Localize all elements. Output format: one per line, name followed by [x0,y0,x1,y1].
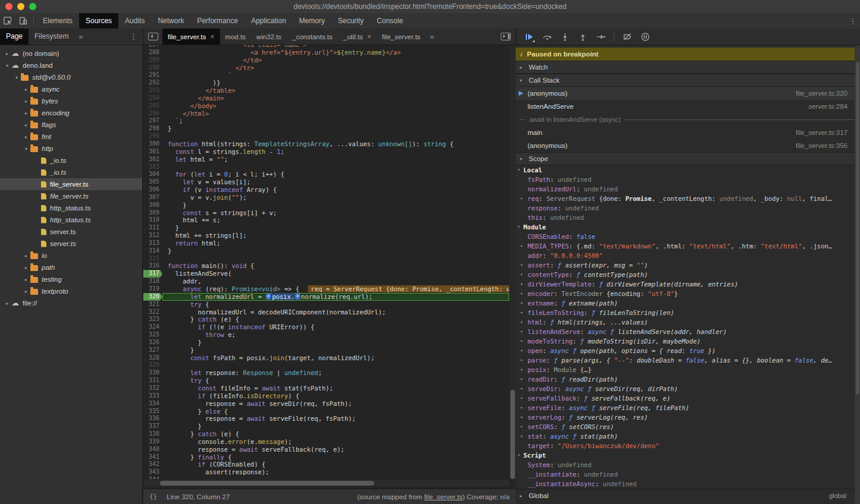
chevron-right-icon[interactable]: ▸ [520,374,526,384]
chevron-down-icon[interactable]: ▾ [13,75,20,80]
scope-property[interactable]: target: "/Users/biwanczuk/dev/deno" [516,441,855,451]
line-number[interactable]: 336 [143,415,162,423]
line-number[interactable]: 326 [143,339,162,346]
line-number[interactable]: 294 [143,94,162,102]
tree-item-async[interactable]: ▸async [0,83,142,95]
tree-item-std-v0-50-0[interactable]: ▾std@v0.50.0 [0,71,142,83]
line-content[interactable]: } catch (e) { [162,430,509,438]
inspect-element-icon[interactable] [0,13,15,29]
editor-horizontal-scrollbar[interactable] [144,480,509,486]
line-content[interactable]: } finally { [162,453,509,461]
line-number[interactable]: 293 [143,87,162,94]
tree-item-file-server-ts[interactable]: file_server.ts [0,178,142,190]
scope-property[interactable]: ▸modeToString: ƒ modeToString(isDir, may… [516,336,855,346]
line-number[interactable]: 305 [143,178,162,186]
line-content[interactable]: </td> [162,56,509,64]
line-content[interactable]: let normalizedUrl = posix.normalize(req.… [162,293,509,301]
line-number[interactable]: 322 [143,308,162,316]
line-number[interactable]: 325 [143,331,162,339]
line-content[interactable]: } [162,339,509,346]
line-content[interactable] [162,255,509,263]
line-number[interactable]: 303 [143,163,162,171]
tab-application[interactable]: Application [244,13,293,29]
scope-property[interactable]: ▸open: async ƒ open(path, options = { re… [516,346,855,355]
call-stack-frame-anonymous[interactable]: (anonymous)file_server.ts:356 [516,139,855,152]
chevron-right-icon[interactable]: ▸ [520,393,526,403]
tree-item-http[interactable]: ▾http [0,143,142,155]
chevron-right-icon[interactable]: ▸ [520,308,526,317]
chevron-right-icon[interactable]: ▸ [23,99,30,104]
line-content[interactable]: html += strings[l]; [162,232,509,240]
chevron-right-icon[interactable]: ▸ [520,260,526,270]
line-number[interactable]: 344 [143,476,162,479]
line-content[interactable]: if (!(e instanceof URIError)) { [162,323,509,331]
scrollbar-thumb[interactable] [510,390,515,479]
line-number[interactable]: 310 [143,216,162,224]
tree-item-file[interactable]: ▸☁file:// [0,297,142,309]
line-number[interactable]: 301 [143,148,162,156]
navigator-overflow-icon[interactable]: » [74,33,87,41]
chevron-right-icon[interactable]: ▸ [23,111,30,116]
scope-property[interactable]: this: undefined [516,213,855,222]
chevron-right-icon[interactable]: ▸ [520,403,526,412]
device-toolbar-icon[interactable] [15,13,31,29]
line-content[interactable]: normalizedUrl = decodeURIComponent(norma… [162,308,509,316]
line-content[interactable]: </main> [162,94,509,102]
resume-script-button[interactable] [522,30,536,44]
scope-property[interactable]: fsPath: undefined [516,175,855,184]
tree-item-encoding[interactable]: ▸encoding [0,107,142,119]
line-number[interactable]: 340 [143,446,162,453]
chevron-right-icon[interactable]: ▸ [520,431,526,441]
scope-property[interactable]: __instantiate: undefined [516,470,855,479]
line-number[interactable]: 316 [143,262,162,270]
navigator-tab-filesystem[interactable]: Filesystem [29,29,74,45]
line-number[interactable]: 317 [143,270,162,278]
editor-tab-file-server-ts[interactable]: file_server.ts× [162,29,220,45]
line-number[interactable]: 319 [143,285,162,293]
scope-property[interactable]: ▸assert: ƒ assert(expr, msg = "") [516,260,855,270]
main-menu-icon[interactable]: ⋮ [846,17,860,26]
pretty-print-icon[interactable]: {} [149,493,157,500]
step-into-button[interactable] [558,30,572,44]
scope-property[interactable]: addr: "0.0.0.0:4500" [516,251,855,260]
line-content[interactable]: </table> [162,87,509,94]
scope-section-module[interactable]: ▾Module [516,222,855,232]
line-content[interactable]: response = await serveFallback(req, e); [162,446,509,453]
line-content[interactable]: let html = ""; [162,156,509,163]
chevron-right-icon[interactable]: ▸ [520,298,526,308]
tree-item-file-server-ts[interactable]: file_server.ts [0,190,142,202]
chevron-right-icon[interactable]: ▸ [23,122,30,128]
line-number[interactable]: 302 [143,156,162,163]
line-number[interactable]: 335 [143,408,162,415]
chevron-right-icon[interactable]: ▸ [23,265,30,270]
tab-memory[interactable]: Memory [293,13,331,29]
line-number[interactable]: 309 [143,209,162,217]
line-number[interactable]: 295 [143,102,162,110]
chevron-down-icon[interactable]: ▾ [23,146,30,152]
close-icon[interactable]: × [367,33,371,41]
line-content[interactable]: try { [162,377,509,385]
scrollbar-thumb[interactable] [856,62,859,395]
line-content[interactable]: try { [162,301,509,308]
line-content[interactable]: </tr> [162,64,509,72]
tab-security[interactable]: Security [331,13,370,29]
navigator-tab-page[interactable]: Page [0,29,29,45]
scope-property[interactable]: System: undefined [516,460,855,470]
scope-property[interactable]: ▸posix: Module {…} [516,365,855,374]
call-stack-frame-anonymous[interactable]: (anonymous)file_server.ts:320 [516,87,855,100]
tree-item-deno-land[interactable]: ▾☁deno.land [0,59,142,71]
chevron-right-icon[interactable]: ▸ [23,87,30,92]
tree-item-textproto[interactable]: ▸textproto [0,285,142,297]
scope-property[interactable]: ▸MEDIA_TYPES: {.md: "text/markdown", .ht… [516,241,855,251]
line-number[interactable]: 339 [143,438,162,446]
line-content[interactable]: if (CORSEnabled) { [162,461,509,468]
chevron-right-icon[interactable]: ▸ [520,327,526,336]
step-out-button[interactable] [576,30,590,44]
deactivate-breakpoints-button[interactable] [620,30,635,44]
tree-item-http-status-ts[interactable]: http_status.ts [0,202,142,214]
scrollbar-thumb[interactable] [160,481,374,486]
tree-item-fmt[interactable]: ▸fmt [0,131,142,143]
line-content[interactable]: for (let i = 0; i < l; i++) { [162,171,509,178]
line-number[interactable]: 332 [143,385,162,392]
line-content[interactable]: ` [162,71,509,79]
